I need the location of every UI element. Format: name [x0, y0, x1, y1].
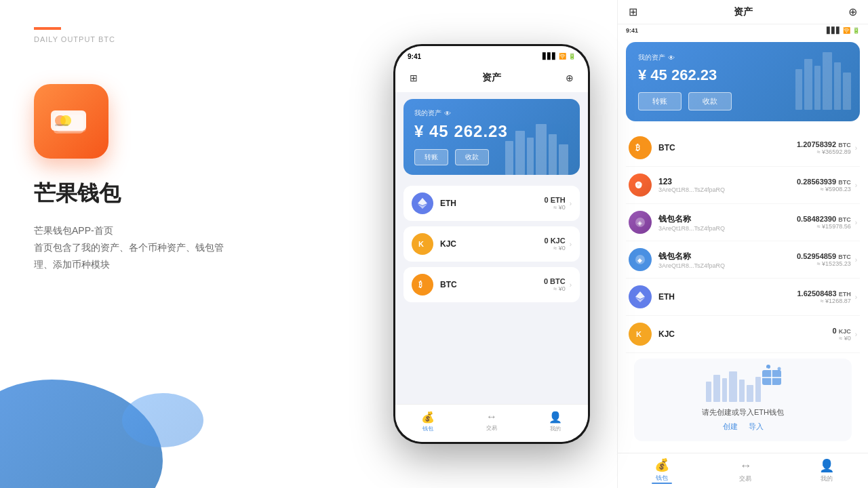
- middle-phone-panel: 9:41 ▋▋▋ 🛜 🔋 ⊞ 资产 ⊕ 我的资产 👁 ¥ 45 262: [366, 0, 617, 488]
- right-profile-nav-icon: 👤: [819, 458, 834, 473]
- nav-wallet[interactable]: 💰 钱包: [421, 411, 435, 432]
- right-nav-wallet[interactable]: 💰 钱包: [654, 458, 669, 483]
- svg-rect-11: [559, 144, 568, 175]
- phone-coin-list: ETH 0 ETH ≈ ¥0 › K KJC 0 KJC ≈ ¥0: [395, 182, 588, 404]
- receive-button[interactable]: 收款: [455, 149, 489, 165]
- right-kjc-balance: 0 KJC ≈ ¥0: [832, 327, 850, 342]
- right-signal-icon: ▋▋▋: [827, 27, 841, 34]
- svg-text:◈: ◈: [637, 220, 642, 226]
- right-coin-row-wallet1[interactable]: ◈ 钱包名称 3AreQt1R8...TsZ4fpaRQ 0.58482390 …: [626, 204, 860, 241]
- right-wallet2-icon: ◆: [629, 248, 652, 271]
- svg-text:₿: ₿: [418, 281, 422, 289]
- phone-header: ⊞ 资产 ⊕: [395, 66, 588, 92]
- right-coin-row-kjc[interactable]: K KJC 0 KJC ≈ ¥0 ›: [626, 316, 860, 353]
- transfer-button[interactable]: 转账: [414, 149, 448, 165]
- right-wallet1-info: 钱包名称 3AreQt1R8...TsZ4fpaRQ: [658, 214, 797, 232]
- btc-balance: 0 BTC ≈ ¥0: [544, 277, 566, 292]
- app-icon: [34, 84, 108, 159]
- svg-marker-28: [635, 291, 645, 299]
- right-status-icons: ▋▋▋ 🛜 🔋: [827, 27, 860, 34]
- right-123-info: 123 3AreQt1R8...TsZ4fpaRQ: [658, 177, 797, 193]
- battery-icon: 🔋: [568, 53, 576, 60]
- right-transaction-nav-icon: ↔: [739, 459, 751, 473]
- right-nav-wallet-container: 💰 钱包: [652, 458, 672, 484]
- svg-rect-10: [549, 134, 557, 175]
- wifi-icon: 🛜: [559, 53, 566, 60]
- right-wallet1-arrow: ›: [855, 219, 857, 226]
- right-wallet2-arrow: ›: [855, 256, 857, 264]
- kjc-arrow: ›: [570, 241, 572, 248]
- kjc-icon: K: [412, 233, 433, 255]
- eye-icon[interactable]: 👁: [444, 110, 451, 117]
- right-coin-row-eth[interactable]: ETH 1.62508483 ETH ≈ ¥1268.87 ›: [626, 279, 860, 316]
- transaction-nav-icon: ↔: [486, 411, 497, 423]
- right-wallet1-balance: 0.58482390 BTC ≈ ¥15978.56: [797, 215, 851, 230]
- right-btc-arrow: ›: [855, 144, 857, 152]
- promo-text: 请先创建或导入ETH钱包: [702, 407, 784, 418]
- right-wallet1-icon: ◈: [629, 211, 652, 234]
- right-coin-row-btc[interactable]: ₿ BTC 1.20758392 BTC ≈ ¥36592.89 ›: [626, 129, 860, 167]
- add-icon[interactable]: ⊕: [562, 70, 577, 85]
- coin-row-btc[interactable]: ₿ BTC 0 BTC ≈ ¥0 ›: [403, 267, 580, 302]
- eth-name: ETH: [440, 199, 456, 208]
- svg-rect-36: [747, 385, 753, 402]
- coin-row-eth[interactable]: ETH 0 ETH ≈ ¥0 ›: [403, 186, 580, 221]
- right-battery-icon: 🔋: [852, 27, 860, 34]
- svg-text:K: K: [636, 330, 642, 338]
- wallet-nav-icon: 💰: [421, 411, 435, 424]
- right-btc-icon: ₿: [629, 136, 652, 159]
- right-coin-row-123[interactable]: 🅜 123 3AreQt1R8...TsZ4fpaRQ 0.28563939 B…: [626, 167, 860, 204]
- svg-text:₿: ₿: [635, 143, 640, 152]
- right-eth-promo: + 请先创建或导入ETH钱包 创建 导入: [634, 359, 852, 441]
- right-transfer-button[interactable]: 转账: [638, 92, 682, 110]
- phone-bottom-nav: 💰 钱包 ↔ 交易 👤 我的: [395, 404, 588, 442]
- svg-rect-37: [755, 377, 761, 402]
- right-coin-row-wallet2[interactable]: ◆ 钱包名称 3AreQt1R8...TsZ4fpaRQ 0.52954859 …: [626, 241, 860, 279]
- svg-rect-18: [814, 66, 821, 110]
- right-123-icon: 🅜: [629, 174, 652, 197]
- right-123-arrow: ›: [855, 182, 857, 189]
- profile-nav-icon: 👤: [549, 411, 562, 424]
- nav-transaction[interactable]: ↔ 交易: [486, 411, 497, 432]
- svg-rect-8: [527, 138, 534, 175]
- right-eth-balance: 1.62508483 ETH ≈ ¥1268.87: [797, 289, 850, 304]
- svg-rect-6: [505, 141, 513, 175]
- right-btc-balance: 1.20758392 BTC ≈ ¥36592.89: [797, 140, 851, 155]
- right-coin-list: ₿ BTC 1.20758392 BTC ≈ ¥36592.89 › 🅜 123…: [618, 129, 868, 453]
- phone-status-bar: 9:41 ▋▋▋ 🛜 🔋: [395, 46, 588, 66]
- grid-icon[interactable]: ⊞: [406, 70, 421, 85]
- promo-import-link[interactable]: 导入: [749, 422, 764, 432]
- right-receive-button[interactable]: 收款: [688, 92, 732, 110]
- phone-device: 9:41 ▋▋▋ 🛜 🔋 ⊞ 资产 ⊕ 我的资产 👁 ¥ 45 262: [393, 44, 590, 444]
- right-grid-icon[interactable]: ⊞: [629, 5, 637, 18]
- right-wifi-icon: 🛜: [843, 27, 850, 34]
- svg-text:K: K: [418, 240, 424, 248]
- svg-rect-35: [739, 380, 745, 402]
- phone-status-icons: ▋▋▋ 🛜 🔋: [542, 53, 576, 60]
- right-eye-icon[interactable]: 👁: [668, 54, 675, 62]
- right-nav-transaction[interactable]: ↔ 交易: [739, 459, 751, 483]
- svg-rect-19: [823, 52, 832, 110]
- wallet-icon-svg: [51, 101, 92, 142]
- svg-rect-20: [834, 62, 841, 110]
- svg-point-43: [777, 367, 781, 371]
- svg-rect-7: [515, 131, 525, 175]
- svg-text:🅜: 🅜: [635, 181, 642, 189]
- coin-row-kjc[interactable]: K KJC 0 KJC ≈ ¥0 ›: [403, 226, 580, 262]
- svg-rect-17: [804, 59, 812, 110]
- right-add-icon[interactable]: ⊕: [848, 5, 857, 18]
- promo-create-link[interactable]: 创建: [723, 422, 738, 432]
- promo-art: +: [703, 368, 784, 402]
- right-123-balance: 0.28563939 BTC ≈ ¥5908.23: [797, 178, 851, 192]
- right-bottom-nav: 💰 钱包 ↔ 交易 👤 我的: [618, 453, 868, 488]
- app-title: 芒果钱包: [34, 179, 332, 209]
- right-nav-profile[interactable]: 👤 我的: [819, 458, 834, 483]
- phone-asset-card: 我的资产 👁 ¥ 45 262.23 转账 收款: [403, 99, 580, 175]
- right-wallet2-info: 钱包名称 3AreQt1R8...TsZ4fpaRQ: [658, 251, 797, 269]
- nav-profile[interactable]: 👤 我的: [549, 411, 562, 432]
- right-topbar: ⊞ 资产 ⊕: [618, 0, 868, 24]
- right-nav-indicator: [652, 483, 672, 484]
- svg-rect-21: [843, 73, 851, 110]
- svg-marker-12: [418, 198, 427, 205]
- promo-links: 创建 导入: [723, 422, 764, 432]
